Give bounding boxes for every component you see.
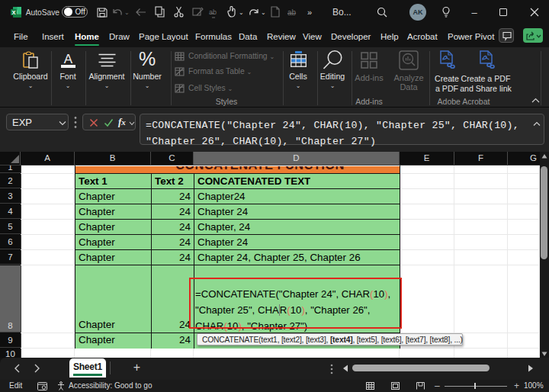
svg-text:A: A bbox=[64, 52, 73, 66]
svg-text:X: X bbox=[11, 9, 15, 16]
